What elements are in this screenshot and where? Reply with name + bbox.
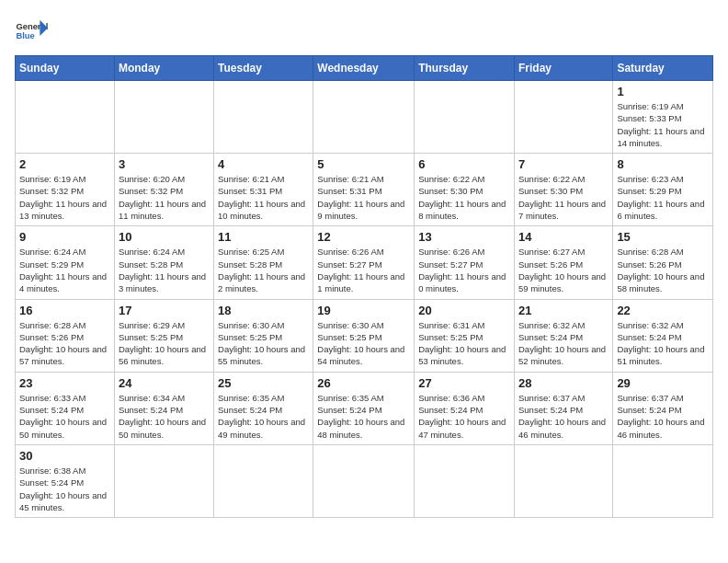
- day-info: Sunrise: 6:35 AMSunset: 5:24 PMDaylight:…: [317, 392, 410, 441]
- day-cell: 5Sunrise: 6:21 AMSunset: 5:31 PMDaylight…: [313, 154, 415, 226]
- day-cell: [313, 81, 415, 154]
- day-cell: [16, 81, 115, 154]
- day-info: Sunrise: 6:20 AMSunset: 5:32 PMDaylight:…: [119, 173, 210, 222]
- day-header-monday: Monday: [114, 56, 213, 81]
- day-info: Sunrise: 6:32 AMSunset: 5:24 PMDaylight:…: [617, 319, 709, 368]
- day-number: 2: [19, 157, 110, 171]
- day-cell: 19Sunrise: 6:30 AMSunset: 5:25 PMDayligh…: [313, 299, 415, 372]
- day-number: 24: [119, 376, 210, 390]
- day-cell: [415, 444, 515, 517]
- svg-text:Blue: Blue: [16, 31, 34, 40]
- day-number: 30: [19, 449, 110, 463]
- day-number: 1: [617, 85, 709, 98]
- day-number: 9: [19, 230, 110, 244]
- day-cell: [313, 444, 415, 517]
- week-row-5: 30Sunrise: 6:38 AMSunset: 5:24 PMDayligh…: [16, 444, 713, 517]
- day-cell: [415, 81, 515, 154]
- day-number: 29: [617, 376, 709, 390]
- day-cell: 30Sunrise: 6:38 AMSunset: 5:24 PMDayligh…: [16, 444, 115, 517]
- day-cell: [514, 81, 612, 154]
- day-info: Sunrise: 6:30 AMSunset: 5:25 PMDaylight:…: [317, 319, 410, 368]
- day-info: Sunrise: 6:26 AMSunset: 5:27 PMDaylight:…: [317, 246, 410, 294]
- day-number: 21: [518, 304, 609, 317]
- day-cell: [214, 444, 313, 517]
- day-info: Sunrise: 6:19 AMSunset: 5:32 PMDaylight:…: [19, 173, 110, 222]
- day-info: Sunrise: 6:26 AMSunset: 5:27 PMDaylight:…: [418, 246, 510, 294]
- day-header-thursday: Thursday: [415, 56, 515, 81]
- day-cell: 24Sunrise: 6:34 AMSunset: 5:24 PMDayligh…: [114, 372, 213, 444]
- day-info: Sunrise: 6:37 AMSunset: 5:24 PMDaylight:…: [518, 392, 609, 441]
- day-number: 26: [317, 376, 410, 390]
- day-cell: 17Sunrise: 6:29 AMSunset: 5:25 PMDayligh…: [114, 299, 213, 372]
- logo-icon: General Blue: [15, 15, 48, 48]
- day-info: Sunrise: 6:22 AMSunset: 5:30 PMDaylight:…: [418, 173, 510, 222]
- day-number: 11: [218, 230, 309, 244]
- day-cell: 2Sunrise: 6:19 AMSunset: 5:32 PMDaylight…: [16, 154, 115, 226]
- day-info: Sunrise: 6:37 AMSunset: 5:24 PMDaylight:…: [617, 392, 709, 441]
- day-number: 20: [418, 304, 510, 317]
- day-number: 28: [518, 376, 609, 390]
- day-number: 19: [317, 304, 410, 317]
- day-number: 18: [218, 304, 309, 317]
- day-cell: [514, 444, 612, 517]
- day-cell: 1Sunrise: 6:19 AMSunset: 5:33 PMDaylight…: [613, 81, 713, 154]
- day-header-wednesday: Wednesday: [313, 56, 415, 81]
- header: General Blue: [15, 15, 713, 48]
- day-number: 10: [119, 230, 210, 244]
- day-cell: 15Sunrise: 6:28 AMSunset: 5:26 PMDayligh…: [613, 226, 713, 299]
- day-number: 7: [518, 157, 609, 171]
- logo: General Blue: [15, 15, 48, 48]
- day-cell: 12Sunrise: 6:26 AMSunset: 5:27 PMDayligh…: [313, 226, 415, 299]
- day-number: 12: [317, 230, 410, 244]
- calendar-header-row: SundayMondayTuesdayWednesdayThursdayFrid…: [16, 56, 713, 81]
- day-cell: 4Sunrise: 6:21 AMSunset: 5:31 PMDaylight…: [214, 154, 313, 226]
- day-number: 8: [617, 157, 709, 171]
- day-info: Sunrise: 6:30 AMSunset: 5:25 PMDaylight:…: [218, 319, 309, 368]
- day-cell: 22Sunrise: 6:32 AMSunset: 5:24 PMDayligh…: [613, 299, 713, 372]
- day-cell: 27Sunrise: 6:36 AMSunset: 5:24 PMDayligh…: [415, 372, 515, 444]
- week-row-0: 1Sunrise: 6:19 AMSunset: 5:33 PMDaylight…: [16, 81, 713, 154]
- day-number: 27: [418, 376, 510, 390]
- day-info: Sunrise: 6:29 AMSunset: 5:25 PMDaylight:…: [119, 319, 210, 368]
- day-header-tuesday: Tuesday: [214, 56, 313, 81]
- day-cell: 23Sunrise: 6:33 AMSunset: 5:24 PMDayligh…: [16, 372, 115, 444]
- day-info: Sunrise: 6:21 AMSunset: 5:31 PMDaylight:…: [317, 173, 410, 222]
- day-cell: 6Sunrise: 6:22 AMSunset: 5:30 PMDaylight…: [415, 154, 515, 226]
- day-cell: 28Sunrise: 6:37 AMSunset: 5:24 PMDayligh…: [514, 372, 612, 444]
- day-cell: 13Sunrise: 6:26 AMSunset: 5:27 PMDayligh…: [415, 226, 515, 299]
- week-row-3: 16Sunrise: 6:28 AMSunset: 5:26 PMDayligh…: [16, 299, 713, 372]
- day-info: Sunrise: 6:28 AMSunset: 5:26 PMDaylight:…: [617, 246, 709, 294]
- day-info: Sunrise: 6:35 AMSunset: 5:24 PMDaylight:…: [218, 392, 309, 441]
- day-info: Sunrise: 6:34 AMSunset: 5:24 PMDaylight:…: [119, 392, 210, 441]
- day-number: 16: [19, 304, 110, 317]
- week-row-1: 2Sunrise: 6:19 AMSunset: 5:32 PMDaylight…: [16, 154, 713, 226]
- day-header-saturday: Saturday: [613, 56, 713, 81]
- day-cell: [214, 81, 313, 154]
- day-cell: 3Sunrise: 6:20 AMSunset: 5:32 PMDaylight…: [114, 154, 213, 226]
- day-number: 5: [317, 157, 410, 171]
- day-cell: 29Sunrise: 6:37 AMSunset: 5:24 PMDayligh…: [613, 372, 713, 444]
- day-number: 23: [19, 376, 110, 390]
- day-number: 14: [518, 230, 609, 244]
- day-cell: 10Sunrise: 6:24 AMSunset: 5:28 PMDayligh…: [114, 226, 213, 299]
- day-number: 13: [418, 230, 510, 244]
- day-cell: 25Sunrise: 6:35 AMSunset: 5:24 PMDayligh…: [214, 372, 313, 444]
- day-cell: [613, 444, 713, 517]
- day-info: Sunrise: 6:24 AMSunset: 5:28 PMDaylight:…: [119, 246, 210, 294]
- day-cell: 16Sunrise: 6:28 AMSunset: 5:26 PMDayligh…: [16, 299, 115, 372]
- day-cell: 20Sunrise: 6:31 AMSunset: 5:25 PMDayligh…: [415, 299, 515, 372]
- day-cell: [114, 444, 213, 517]
- day-cell: 21Sunrise: 6:32 AMSunset: 5:24 PMDayligh…: [514, 299, 612, 372]
- day-cell: 11Sunrise: 6:25 AMSunset: 5:28 PMDayligh…: [214, 226, 313, 299]
- calendar-table: SundayMondayTuesdayWednesdayThursdayFrid…: [15, 55, 713, 518]
- day-number: 25: [218, 376, 309, 390]
- day-cell: 9Sunrise: 6:24 AMSunset: 5:29 PMDaylight…: [16, 226, 115, 299]
- day-number: 22: [617, 304, 709, 317]
- day-number: 17: [119, 304, 210, 317]
- day-cell: 14Sunrise: 6:27 AMSunset: 5:26 PMDayligh…: [514, 226, 612, 299]
- day-info: Sunrise: 6:32 AMSunset: 5:24 PMDaylight:…: [518, 319, 609, 368]
- day-info: Sunrise: 6:19 AMSunset: 5:33 PMDaylight:…: [617, 100, 709, 149]
- day-header-sunday: Sunday: [16, 56, 115, 81]
- week-row-4: 23Sunrise: 6:33 AMSunset: 5:24 PMDayligh…: [16, 372, 713, 444]
- day-info: Sunrise: 6:21 AMSunset: 5:31 PMDaylight:…: [218, 173, 309, 222]
